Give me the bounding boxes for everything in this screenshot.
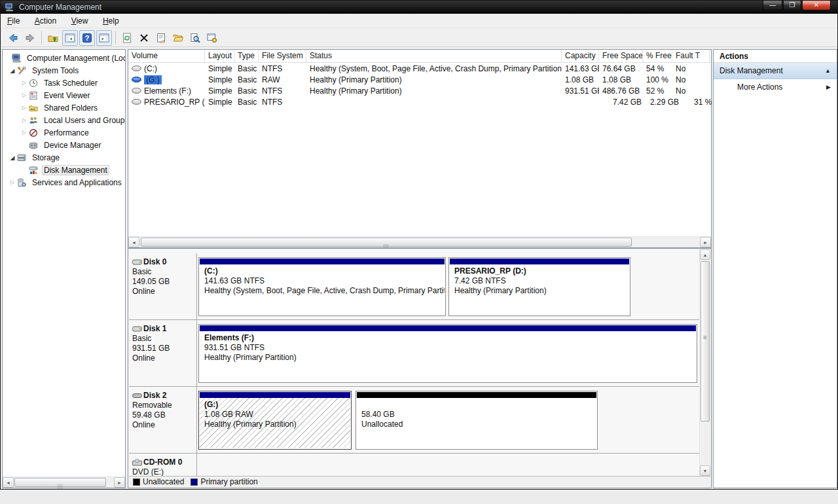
disk-2-header[interactable]: Disk 2 Removable 59.48 GB Online — [132, 391, 195, 430]
expander-expanded-icon[interactable]: ◢ — [8, 67, 17, 74]
menu-help[interactable]: Help — [97, 14, 125, 26]
more-actions-button[interactable]: More Actions▶ — [714, 79, 837, 96]
actions-pane: Actions Disk Management▲ More Actions▶ — [713, 49, 837, 488]
menu-action[interactable]: Action — [29, 14, 62, 26]
column-header-type[interactable]: Type — [234, 50, 259, 62]
show-console-tree-icon[interactable] — [62, 30, 78, 46]
column-header-volume[interactable]: Volume — [128, 50, 205, 62]
open-folder-icon[interactable] — [170, 30, 186, 46]
restore-button[interactable]: ❐ — [783, 1, 801, 10]
drive-icon-blue — [132, 75, 141, 84]
svg-text:?: ? — [85, 34, 90, 42]
disk-2-row: Disk 2 Removable 59.48 GB Online (G:) 1.… — [129, 387, 699, 454]
tree-item-disk-management[interactable]: Disk Management — [3, 164, 125, 176]
disk-management-icon — [29, 166, 39, 175]
tree-item-system-tools[interactable]: ◢ System Tools — [3, 64, 125, 77]
column-header-capacity[interactable]: Capacity — [562, 50, 599, 62]
disk-1-header[interactable]: Disk 1 Basic 931.51 GB Online — [132, 324, 195, 363]
scroll-right-arrow[interactable]: ► — [114, 477, 125, 488]
volume-row-presario-rp-d[interactable]: PRESARIO_RP (D:) Simple Basic NTFS 7.42 … — [128, 96, 711, 107]
clock-icon — [29, 79, 39, 88]
minimize-button[interactable]: — — [763, 1, 782, 10]
tree-item-performance[interactable]: ▷ Performance — [3, 126, 125, 139]
collapse-icon[interactable]: ▲ — [825, 63, 831, 79]
expander-collapsed-icon[interactable]: ▷ — [20, 80, 29, 86]
disk-icon — [132, 259, 142, 265]
tree-item-device-manager[interactable]: Device Manager — [3, 139, 125, 151]
scroll-thumb[interactable] — [701, 261, 710, 422]
unallocated-space[interactable]: 58.40 GB Unallocated — [355, 391, 598, 450]
disk-0-header[interactable]: Disk 0 Basic 149.05 GB Online — [132, 257, 195, 297]
column-header-layout[interactable]: Layout — [205, 50, 234, 62]
column-header-fault-tolerance[interactable]: Fault T — [672, 50, 710, 62]
divider — [196, 387, 197, 453]
scroll-down-arrow[interactable]: ▼ — [700, 465, 710, 476]
expander-collapsed-icon[interactable]: ▷ — [8, 179, 17, 185]
column-header-file-system[interactable]: File System — [259, 50, 306, 62]
disk-graphical-pane: Disk 0 Basic 149.05 GB Online (C:) 141.6… — [128, 248, 712, 488]
expander-collapsed-icon[interactable]: ▷ — [20, 117, 29, 123]
refresh-icon[interactable] — [119, 30, 135, 46]
menu-view[interactable]: View — [65, 14, 94, 26]
expander-expanded-icon[interactable]: ◢ — [8, 154, 17, 161]
unallocated-stripe — [357, 392, 596, 398]
system-tools-icon — [17, 66, 27, 75]
volume-list-pane: Volume Layout Type File System Status Ca… — [128, 49, 712, 248]
help-icon[interactable]: ? — [79, 30, 95, 46]
volume-row-g-selected[interactable]: (G:) Simple Basic RAW Healthy (Primary P… — [128, 74, 711, 85]
tree-item-event-viewer[interactable]: ▷ Event Viewer — [3, 89, 125, 101]
tree-item-local-users-and-groups[interactable]: ▷ Local Users and Groups — [3, 114, 125, 126]
scroll-left-arrow[interactable]: ◄ — [3, 477, 14, 488]
scroll-thumb[interactable] — [141, 238, 632, 247]
expander-collapsed-icon[interactable]: ▷ — [20, 92, 29, 98]
column-header-free-space[interactable]: Free Space — [599, 50, 643, 62]
forward-icon[interactable] — [22, 30, 38, 46]
cdrom-0-header[interactable]: CD-ROM 0 DVD (E:) — [132, 458, 195, 476]
storage-icon — [17, 153, 27, 162]
actions-section-disk-management[interactable]: Disk Management▲ — [714, 63, 837, 79]
find-icon[interactable] — [187, 30, 203, 46]
up-one-level-icon[interactable] — [45, 30, 61, 46]
tree-item-services-and-applications[interactable]: ▷ Services and Applications — [3, 176, 125, 189]
computer-management-window: Computer Management — ❐ ✕ File Action Vi… — [0, 0, 838, 490]
partition-presario-rp[interactable]: PRESARIO_RP (D:) 7.42 GB NTFS Healthy (P… — [448, 257, 630, 316]
menu-file[interactable]: File — [1, 14, 26, 26]
divider — [196, 320, 197, 386]
partition-g-selected[interactable]: (G:) 1.08 GB RAW Healthy (Primary Partit… — [198, 391, 352, 450]
partition-c[interactable]: (C:) 141.63 GB NTFS Healthy (System, Boo… — [198, 257, 446, 316]
computer-icon — [12, 54, 22, 63]
volume-row-c[interactable]: (C:) Simple Basic NTFS Healthy (System, … — [128, 63, 711, 74]
drive-icon — [132, 64, 141, 73]
column-header-pct-free[interactable]: % Free — [643, 50, 672, 62]
tree-horizontal-scrollbar[interactable]: ◄ ► — [3, 477, 125, 488]
scroll-left-arrow[interactable]: ◄ — [128, 237, 139, 247]
expander-collapsed-icon[interactable]: ▷ — [20, 130, 29, 135]
scroll-up-arrow[interactable]: ▲ — [700, 249, 710, 260]
tree-item-storage[interactable]: ◢ Storage — [3, 151, 125, 164]
volume-list-horizontal-scrollbar[interactable]: ◄ ► — [128, 236, 711, 247]
partition-elements-f[interactable]: Elements (F:) 931.51 GB NTFS Healthy (Pr… — [198, 324, 697, 383]
close-button[interactable]: ✕ — [802, 1, 831, 10]
title-bar[interactable]: Computer Management — ❐ ✕ — [1, 1, 837, 14]
services-icon — [17, 178, 27, 187]
partition-legend: Unallocated Primary partition — [129, 476, 710, 487]
disk-icon — [132, 326, 142, 332]
show-action-pane-icon[interactable] — [96, 30, 112, 46]
expander-collapsed-icon[interactable]: ▷ — [20, 105, 29, 111]
scroll-right-arrow[interactable]: ► — [700, 237, 711, 247]
primary-partition-stripe — [200, 259, 445, 264]
cdrom-icon — [132, 459, 142, 466]
shared-folders-icon — [29, 103, 39, 113]
back-icon[interactable] — [5, 30, 21, 46]
tree-item-task-scheduler[interactable]: ▷ Task Scheduler — [3, 77, 125, 89]
tree-item-shared-folders[interactable]: ▷ Shared Folders — [3, 101, 125, 114]
disk-view-vertical-scrollbar[interactable]: ▲ ▼ — [699, 249, 710, 476]
console-options-icon[interactable] — [204, 30, 220, 46]
delete-icon[interactable] — [136, 30, 152, 46]
column-header-status[interactable]: Status — [306, 50, 562, 62]
properties-icon[interactable] — [153, 30, 169, 46]
scroll-thumb[interactable] — [14, 478, 106, 487]
event-viewer-icon — [29, 91, 39, 100]
tree-item-computer-management[interactable]: Computer Management (Local — [3, 52, 125, 64]
volume-row-elements-f[interactable]: Elements (F:) Simple Basic NTFS Healthy … — [128, 85, 711, 96]
